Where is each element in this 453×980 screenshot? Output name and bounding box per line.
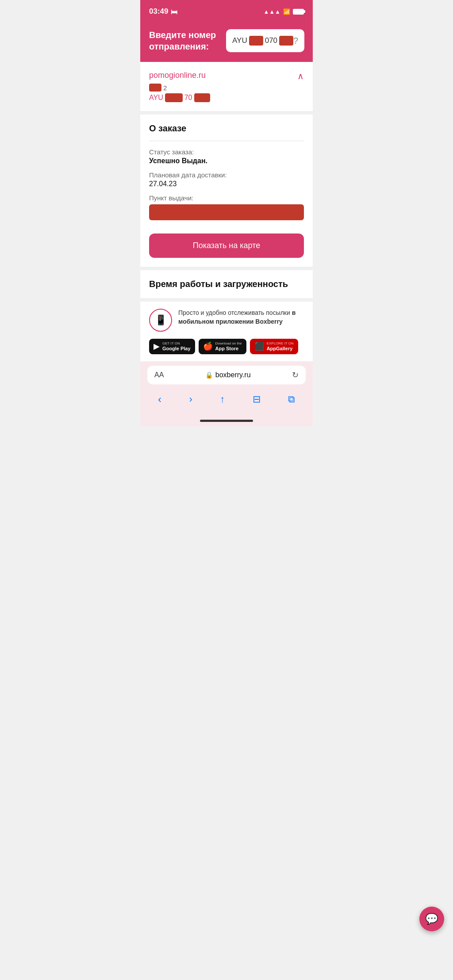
hours-title: Время работы и загруженность	[149, 279, 304, 289]
url-text: boxberry.ru	[215, 371, 251, 379]
phone-icon: 📱	[155, 314, 167, 326]
redacted-middle	[249, 36, 263, 46]
tracking-suffix: 070	[265, 36, 277, 45]
google-play-icon: ▶	[154, 341, 160, 351]
sleep-icon: 🛏	[171, 8, 177, 15]
url-bar[interactable]: AA 🔒 boxberry.ru ↻	[147, 366, 306, 384]
aa-button[interactable]: AA	[154, 371, 164, 379]
huawei-text: EXPLORE IT ON AppGallery	[267, 341, 294, 352]
huawei-sub: EXPLORE IT ON	[267, 341, 294, 346]
search-header: Введите номер отправления: AYU 070 ?	[140, 21, 313, 62]
app-store-sub: Download on the	[215, 341, 242, 346]
date-row: Плановая дата доставки: 27.04.23	[149, 171, 304, 188]
back-button[interactable]: ‹	[154, 391, 166, 407]
date-label: Плановая дата доставки:	[149, 171, 304, 179]
google-play-name: Google Play	[162, 346, 191, 352]
collapse-icon[interactable]: ∧	[297, 71, 304, 81]
redacted-address	[149, 204, 304, 220]
divider	[149, 141, 304, 141]
order-card: О заказе Статус заказа: Успешно Выдан. П…	[140, 115, 313, 267]
pickup-label: Пункт выдачи:	[149, 194, 304, 202]
date-value: 27.04.23	[149, 180, 304, 188]
help-icon[interactable]: ?	[293, 36, 298, 46]
hours-section: Время работы и загруженность	[140, 270, 313, 298]
status-time: 03:49 🛏	[149, 7, 177, 16]
app-stores-row: ▶ GET IT ON Google Play 🍎 Download on th…	[140, 339, 313, 361]
status-row: Статус заказа: Успешно Выдан.	[149, 148, 304, 165]
status-label: Статус заказа:	[149, 148, 304, 156]
status-icons: ▲▲▲ 📶	[263, 8, 304, 15]
status-bar: 03:49 🛏 ▲▲▲ 📶	[140, 0, 313, 21]
redacted-tracking-2	[194, 93, 210, 102]
time-display: 03:49	[149, 7, 168, 16]
google-play-text: GET IT ON Google Play	[162, 341, 191, 352]
lock-icon: 🔒	[205, 371, 213, 379]
app-promo-section: 📱 Просто и удобно отслеживать посылки в …	[140, 302, 313, 339]
wifi-icon: 📶	[283, 8, 290, 15]
app-icon-circle: 📱	[149, 309, 172, 332]
sender-card: pomogionline.ru 2 AYU 70 ∧	[140, 62, 313, 111]
sender-count: 2	[163, 84, 167, 92]
app-promo-text: Просто и удобно отслеживать посылки в мо…	[178, 309, 304, 326]
home-indicator	[140, 416, 313, 426]
tracking-prefix-sender: AYU	[149, 94, 163, 102]
redacted-icon	[149, 84, 161, 92]
tracking-number-display: AYU 070	[232, 36, 293, 46]
huawei-badge[interactable]: ⬛ EXPLORE IT ON AppGallery	[250, 339, 298, 354]
promo-text-normal: Просто и удобно отслеживать посылки	[178, 309, 292, 316]
search-label: Введите номер отправления:	[149, 29, 220, 52]
share-button[interactable]: ↑	[215, 392, 229, 407]
home-bar	[200, 420, 253, 422]
sender-website[interactable]: pomogionline.ru	[149, 71, 210, 80]
reload-icon[interactable]: ↻	[292, 370, 299, 380]
tracking-prefix: AYU	[232, 36, 247, 45]
sender-tracking: AYU 70	[149, 93, 210, 102]
map-button[interactable]: Показать на карте	[149, 234, 304, 258]
redacted-tracking-1	[165, 93, 183, 102]
order-title: О заказе	[149, 123, 304, 134]
huawei-icon: ⬛	[254, 341, 264, 351]
tracking-mid-sender: 70	[184, 94, 192, 102]
app-store-badge[interactable]: 🍎 Download on the App Store	[199, 339, 246, 354]
bottom-nav: ‹ › ↑ ⊟ ⧉	[140, 387, 313, 416]
huawei-name: AppGallery	[267, 346, 294, 352]
google-play-sub: GET IT ON	[162, 341, 191, 346]
url-display: 🔒 boxberry.ru	[205, 371, 251, 379]
browser-bar: AA 🔒 boxberry.ru ↻	[140, 361, 313, 387]
apple-icon: 🍎	[203, 341, 213, 351]
app-store-text: Download on the App Store	[215, 341, 242, 352]
redacted-end	[279, 36, 293, 46]
battery-icon	[293, 9, 304, 15]
signal-icon: ▲▲▲	[263, 8, 280, 15]
app-store-name: App Store	[215, 346, 242, 352]
pickup-row: Пункт выдачи:	[149, 194, 304, 220]
sender-meta: 2	[149, 84, 210, 92]
forward-button[interactable]: ›	[184, 392, 196, 407]
status-value: Успешно Выдан.	[149, 157, 304, 165]
tabs-button[interactable]: ⧉	[284, 392, 299, 407]
google-play-badge[interactable]: ▶ GET IT ON Google Play	[149, 339, 195, 354]
tracking-input-box[interactable]: AYU 070 ?	[226, 29, 304, 52]
bookmarks-button[interactable]: ⊟	[248, 392, 265, 407]
